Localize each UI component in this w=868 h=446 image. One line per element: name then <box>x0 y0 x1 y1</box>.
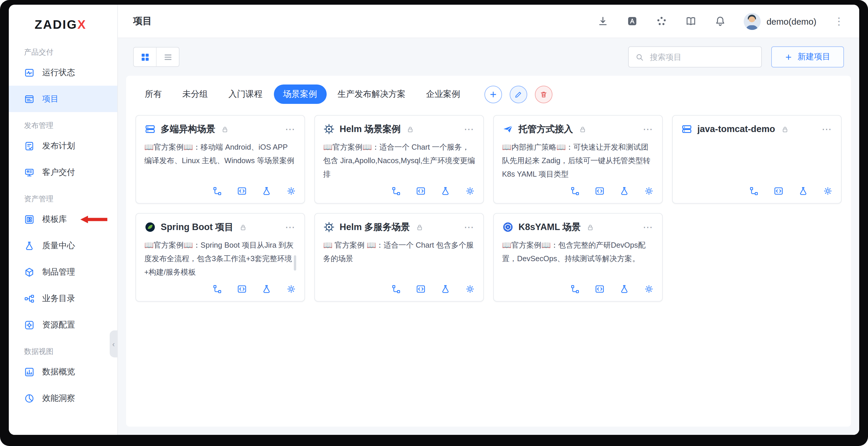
env-settings-icon[interactable] <box>644 186 654 196</box>
project-card[interactable]: Helm 场景案例 ⋯ 📖官方案例📖：适合一个 Chart 一个服务，包含 Ji… <box>314 115 484 204</box>
sidebar-item-label: 数据概览 <box>42 366 75 377</box>
workflow-icon[interactable] <box>212 284 222 294</box>
project-card-title: Helm 多服务场景 <box>340 221 410 233</box>
workflow-icon[interactable] <box>570 284 580 294</box>
notifications-bell-icon[interactable] <box>714 15 726 27</box>
lock-icon <box>415 223 423 231</box>
docs-icon[interactable] <box>685 15 697 27</box>
sidebar-item-template-library[interactable]: 模板库 <box>9 206 117 232</box>
sidebar-item-customer-delivery[interactable]: 客户交付 <box>9 159 117 185</box>
filter-tab-production-solution[interactable]: 生产发布解决方案 <box>328 85 415 104</box>
workflow-icon[interactable] <box>749 186 759 196</box>
build-icon[interactable] <box>416 284 426 294</box>
project-card[interactable]: Helm 多服务场景 ⋯ 📖 官方案例 📖：适合一个 Chart 包含多个服务的… <box>314 213 484 302</box>
build-icon[interactable] <box>416 186 426 196</box>
avatar[interactable] <box>744 12 761 30</box>
sidebar-item-efficiency-insight[interactable]: 效能洞察 <box>9 385 117 411</box>
project-card-title: K8sYAML 场景 <box>519 221 581 233</box>
project-search <box>628 47 762 67</box>
workflow-icon[interactable] <box>212 186 222 196</box>
filter-tab-ungrouped[interactable]: 未分组 <box>173 85 217 104</box>
workflow-icon[interactable] <box>570 186 580 196</box>
new-project-label: 新建项目 <box>798 52 831 62</box>
username: demo(demo) <box>767 16 816 26</box>
sidebar-item-data-overview[interactable]: 数据概览 <box>9 359 117 385</box>
sidebar-item-label: 制品管理 <box>42 267 75 277</box>
customer-delivery-icon <box>24 167 35 178</box>
card-menu-button[interactable]: ⋯ <box>818 124 833 134</box>
project-card-description: 📖内部推广策略📖：可快速让开发和测试团队先用起来 Zadig，后续可一键从托管类… <box>502 141 654 182</box>
project-card-title: 托管方式接入 <box>519 123 573 135</box>
more-menu-icon[interactable]: ⋮ <box>834 16 844 26</box>
sidebar-collapse-handle[interactable]: ‹ <box>110 330 117 357</box>
project-card[interactable]: 多端异构场景 ⋯ 📖官方案例📖：移动端 Android、iOS APP 编译发布… <box>135 115 305 204</box>
list-view-icon <box>163 52 173 62</box>
env-settings-icon[interactable] <box>465 284 475 294</box>
lock-icon <box>406 125 414 133</box>
sidebar-item-projects[interactable]: 项目 <box>9 86 117 112</box>
test-icon[interactable] <box>619 284 629 294</box>
language-icon[interactable] <box>626 15 638 27</box>
project-card[interactable]: K8sYAML 场景 ⋯ 📖官方案例📖：包含完整的产研DevOps配置，DevS… <box>493 213 663 302</box>
build-icon[interactable] <box>595 186 604 196</box>
card-menu-button[interactable]: ⋯ <box>281 222 296 232</box>
build-icon[interactable] <box>595 284 604 294</box>
project-card-description: 📖官方案例📖：移动端 Android、iOS APP 编译发布、Linux 主机… <box>144 141 296 182</box>
sidebar-item-artifact-management[interactable]: 制品管理 <box>9 259 117 285</box>
sidebar-item-business-catalog[interactable]: 业务目录 <box>9 285 117 311</box>
project-card[interactable]: Spring Boot 项目 ⋯ 📖官方案例📖：Spring Boot 项目从J… <box>135 213 305 302</box>
new-project-button[interactable]: 新建项目 <box>771 47 844 67</box>
sidebar-item-label: 客户交付 <box>42 167 75 178</box>
project-icon <box>24 94 35 104</box>
integrations-icon[interactable] <box>656 15 668 27</box>
list-view-button[interactable] <box>156 48 179 66</box>
sidebar-item-resource-config[interactable]: 资源配置 <box>9 311 117 338</box>
build-icon[interactable] <box>237 186 247 196</box>
search-input[interactable] <box>649 52 755 62</box>
build-icon[interactable] <box>237 284 247 294</box>
edit-group-button[interactable] <box>509 85 527 103</box>
project-type-hosting-icon <box>502 123 514 135</box>
env-settings-icon[interactable] <box>286 186 296 196</box>
test-icon[interactable] <box>798 186 808 196</box>
filter-tab-all[interactable]: 所有 <box>135 85 171 104</box>
env-settings-icon[interactable] <box>465 186 475 196</box>
add-group-button[interactable] <box>484 85 502 103</box>
projects-panel: 所有 未分组 入门课程 场景案例 生产发布解决方案 企业案例 多端异构场景 <box>126 76 851 427</box>
env-settings-icon[interactable] <box>644 284 654 294</box>
grid-view-button[interactable] <box>134 48 156 66</box>
card-menu-button[interactable]: ⋯ <box>281 124 296 134</box>
test-icon[interactable] <box>619 186 629 196</box>
user-menu[interactable]: demo(demo) <box>744 12 816 30</box>
card-menu-button[interactable]: ⋯ <box>460 124 475 134</box>
filter-tab-enterprise-cases[interactable]: 企业案例 <box>417 85 469 104</box>
sidebar-item-quality-center[interactable]: 质量中心 <box>9 232 117 259</box>
sidebar-item-run-status[interactable]: 运行状态 <box>9 59 117 86</box>
test-icon[interactable] <box>261 284 272 294</box>
lock-icon <box>579 125 587 133</box>
download-icon[interactable] <box>597 15 609 27</box>
sidebar: ZADIGX 产品交付 运行状态 项目 发布管理 发布计划 客户交付 资产管理 … <box>9 5 118 435</box>
env-settings-icon[interactable] <box>286 284 296 294</box>
card-menu-button[interactable]: ⋯ <box>460 222 475 232</box>
sidebar-item-release-plan[interactable]: 发布计划 <box>9 132 117 159</box>
app-window: ZADIGX 产品交付 运行状态 项目 发布管理 发布计划 客户交付 资产管理 … <box>9 5 859 435</box>
project-card-description: 📖官方案例📖：Spring Boot 项目从Jira 到灰度发布全流程，包含3条… <box>144 239 296 280</box>
workflow-icon[interactable] <box>391 186 401 196</box>
description-scrollbar[interactable] <box>294 255 296 271</box>
card-quick-links <box>681 182 833 196</box>
workflow-icon[interactable] <box>391 284 401 294</box>
build-icon[interactable] <box>774 186 783 196</box>
delete-group-button[interactable] <box>535 85 552 103</box>
test-icon[interactable] <box>440 186 451 196</box>
env-settings-icon[interactable] <box>823 186 833 196</box>
test-icon[interactable] <box>261 186 272 196</box>
project-card[interactable]: java-tomcat-demo ⋯ <box>672 115 842 204</box>
test-icon[interactable] <box>440 284 451 294</box>
project-card[interactable]: 托管方式接入 ⋯ 📖内部推广策略📖：可快速让开发和测试团队先用起来 Zadig，… <box>493 115 663 204</box>
filter-tab-scenario-cases[interactable]: 场景案例 <box>274 85 327 104</box>
card-menu-button[interactable]: ⋯ <box>639 222 654 232</box>
window-frame: ZADIGX 产品交付 运行状态 项目 发布管理 发布计划 客户交付 资产管理 … <box>0 0 868 446</box>
card-menu-button[interactable]: ⋯ <box>639 124 654 134</box>
filter-tab-onboarding[interactable]: 入门课程 <box>219 85 272 104</box>
